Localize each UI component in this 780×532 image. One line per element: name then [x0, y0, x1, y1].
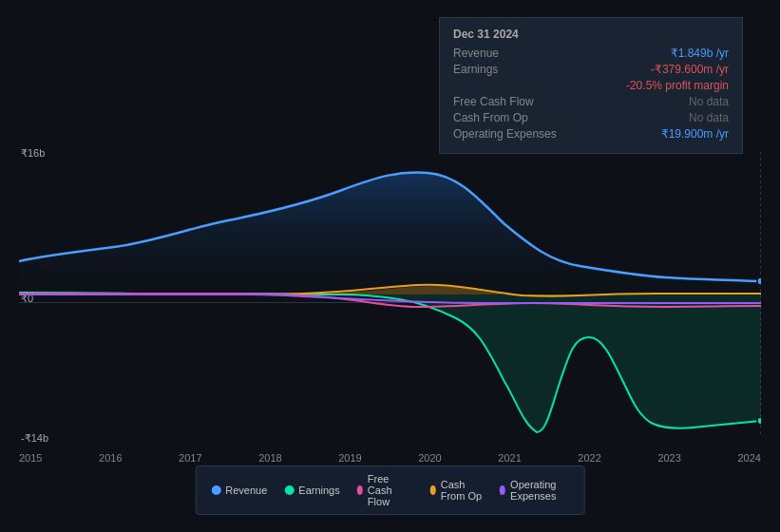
cashop-value: No data — [689, 111, 729, 124]
legend-opex[interactable]: Operating Expenses — [500, 473, 569, 507]
tooltip-row-fcf: Free Cash Flow No data — [453, 95, 729, 108]
tooltip-date: Dec 31 2024 — [453, 28, 729, 41]
earnings-value: -₹379.600m /yr — [651, 63, 729, 76]
tooltip-row-opex: Operating Expenses ₹19.900m /yr — [453, 127, 729, 141]
margin-value: -20.5% profit margin — [626, 79, 729, 92]
opex-value: ₹19.900m /yr — [661, 127, 729, 141]
x-label-2015: 2015 — [19, 452, 42, 464]
x-label-2019: 2019 — [338, 452, 361, 464]
legend-fcf-label: Free Cash Flow — [368, 473, 413, 507]
x-label-2020: 2020 — [418, 452, 441, 464]
tooltip-row-cashop: Cash From Op No data — [453, 111, 729, 124]
earnings-label: Earnings — [453, 63, 498, 76]
legend-cashop-label: Cash From Op — [441, 479, 483, 502]
revenue-label: Revenue — [453, 47, 499, 60]
legend-revenue[interactable]: Revenue — [211, 473, 267, 507]
revenue-value: ₹1.849b /yr — [671, 47, 729, 60]
legend-opex-label: Operating Expenses — [510, 479, 569, 502]
legend: Revenue Earnings Free Cash Flow Cash Fro… — [195, 466, 585, 515]
fcf-dot — [357, 485, 363, 495]
legend-earnings-label: Earnings — [298, 484, 339, 496]
revenue-dot — [211, 485, 220, 495]
legend-cashop[interactable]: Cash From Op — [430, 473, 483, 507]
tooltip-row-earnings: Earnings -₹379.600m /yr — [453, 63, 729, 76]
tooltip-row-margin: -20.5% profit margin — [453, 79, 729, 92]
chart-container: Dec 31 2024 Revenue ₹1.849b /yr Earnings… — [0, 0, 780, 532]
tooltip-box: Dec 31 2024 Revenue ₹1.849b /yr Earnings… — [439, 17, 743, 154]
x-label-2018: 2018 — [258, 452, 281, 464]
x-label-2022: 2022 — [578, 452, 600, 464]
opex-label: Operating Expenses — [453, 127, 557, 141]
legend-revenue-label: Revenue — [225, 484, 267, 496]
earnings-dot — [284, 485, 294, 495]
cashop-dot — [430, 485, 436, 495]
legend-fcf[interactable]: Free Cash Flow — [357, 473, 413, 507]
tooltip-row-revenue: Revenue ₹1.849b /yr — [453, 47, 729, 60]
svg-point-1 — [757, 277, 761, 285]
x-label-2017: 2017 — [179, 452, 201, 464]
legend-earnings[interactable]: Earnings — [284, 473, 339, 507]
cashop-label: Cash From Op — [453, 111, 528, 124]
x-labels: 2015 2016 2017 2018 2019 2020 2021 2022 … — [19, 452, 761, 464]
x-label-2016: 2016 — [99, 452, 122, 464]
opex-dot — [500, 485, 505, 495]
fcf-label: Free Cash Flow — [453, 95, 534, 108]
chart-svg — [19, 152, 761, 437]
svg-point-2 — [757, 417, 761, 425]
fcf-value: No data — [689, 95, 729, 108]
x-label-2023: 2023 — [657, 452, 680, 464]
x-label-2024: 2024 — [737, 452, 760, 464]
x-label-2021: 2021 — [498, 452, 521, 464]
